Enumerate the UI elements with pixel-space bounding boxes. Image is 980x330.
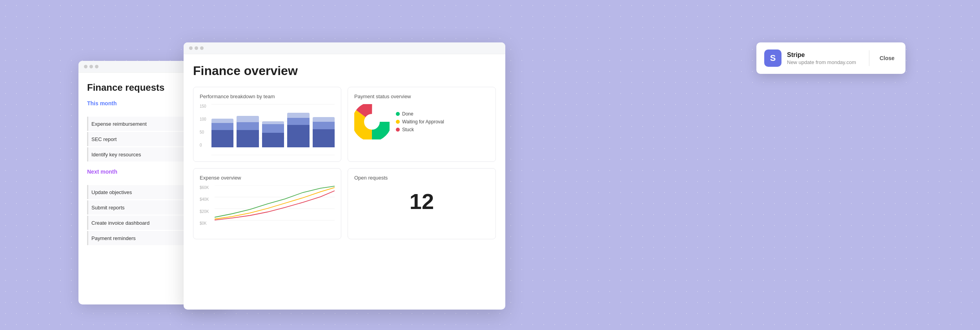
task-label: Update objectives	[91, 189, 191, 195]
bar-group	[237, 104, 259, 147]
pie-chart	[354, 104, 390, 139]
bar-segment	[237, 122, 259, 130]
bar-chart: 150 100 50 0	[200, 104, 335, 155]
bar-stack	[211, 119, 233, 147]
legend-label-waiting: Waiting for Approval	[402, 119, 444, 125]
payment-status-card: Payment status overview Done	[348, 87, 496, 162]
bar-group	[262, 104, 284, 147]
expense-overview-title: Expense overview	[200, 175, 335, 181]
expense-overview-card: Expense overview $60K $40K $20K $0K	[193, 168, 341, 239]
bar-segment	[287, 118, 309, 125]
bar-group	[211, 104, 233, 147]
bar-stack	[313, 117, 335, 147]
bar-segment	[313, 117, 335, 122]
notification-title: Stripe	[787, 51, 862, 59]
legend-dot-stuck	[396, 128, 400, 132]
bar-segment	[237, 130, 259, 147]
bar-segment	[262, 121, 284, 124]
legend-item-waiting: Waiting for Approval	[396, 119, 444, 125]
notification-close-button[interactable]: Close	[876, 53, 898, 63]
dot-3	[95, 65, 98, 68]
legend-dot-waiting	[396, 120, 400, 124]
bar-segment	[237, 116, 259, 122]
pie-legend: Done Waiting for Approval Stuck	[396, 111, 444, 132]
line-chart-y-axis: $60K $40K $20K $0K	[200, 185, 214, 226]
open-requests-title: Open requests	[354, 175, 489, 181]
dot-2	[195, 46, 198, 50]
bar-group	[287, 104, 309, 147]
legend-item-stuck: Stuck	[396, 127, 444, 132]
bar-segment	[287, 125, 309, 147]
bar-segment	[211, 119, 233, 123]
line-chart: $60K $40K $20K $0K	[200, 185, 335, 233]
task-label: SEC report	[91, 136, 184, 142]
notification-card: S Stripe New update from monday.com Clos…	[756, 42, 905, 74]
stripe-icon: S	[764, 50, 781, 67]
gridline	[211, 155, 335, 155]
task-label: Create invoice dashboard	[91, 220, 191, 226]
bar-chart-y-axis: 150 100 50 0	[200, 104, 211, 147]
performance-card-title: Performance breakdown by team	[200, 94, 335, 99]
bar-segment	[262, 133, 284, 147]
task-label: Identify key resources	[91, 152, 191, 158]
legend-label-done: Done	[402, 111, 413, 117]
finance-overview-title: Finance overview	[193, 64, 496, 78]
bar-chart-area	[211, 104, 335, 147]
pie-container: Done Waiting for Approval Stuck	[354, 104, 489, 139]
bar-group	[313, 104, 335, 147]
open-requests-count: 12	[354, 189, 489, 214]
payment-status-card-title: Payment status overview	[354, 94, 489, 99]
task-label: Payment reminders	[91, 235, 184, 241]
bar-segment	[211, 130, 233, 147]
legend-item-done: Done	[396, 111, 444, 117]
bar-segment	[313, 129, 335, 147]
task-label: Expense reimbursement	[91, 121, 191, 127]
bar-segment	[287, 113, 309, 118]
bar-stack	[262, 121, 284, 147]
line-chart-svg	[215, 185, 335, 221]
dot-1	[84, 65, 87, 68]
bar-segment	[262, 124, 284, 133]
finance-overview-panel: Finance overview Performance breakdown b…	[184, 42, 505, 310]
legend-label-stuck: Stuck	[402, 127, 414, 132]
open-requests-card: Open requests 12	[348, 168, 496, 239]
dot-3	[200, 46, 204, 50]
task-label: Submit reports	[91, 205, 184, 211]
bar-stack	[287, 113, 309, 147]
dot-2	[89, 65, 93, 68]
performance-card: Performance breakdown by team 150 100 50…	[193, 87, 341, 162]
panel-dots	[184, 42, 505, 54]
notification-text: Stripe New update from monday.com	[787, 51, 862, 65]
bar-segment	[211, 123, 233, 130]
bar-stack	[237, 116, 259, 147]
dot-1	[189, 46, 193, 50]
notification-divider	[869, 50, 869, 66]
legend-dot-done	[396, 112, 400, 116]
notification-subtitle: New update from monday.com	[787, 59, 862, 65]
dashboard-grid: Performance breakdown by team 150 100 50…	[193, 87, 496, 239]
bar-segment	[313, 122, 335, 129]
